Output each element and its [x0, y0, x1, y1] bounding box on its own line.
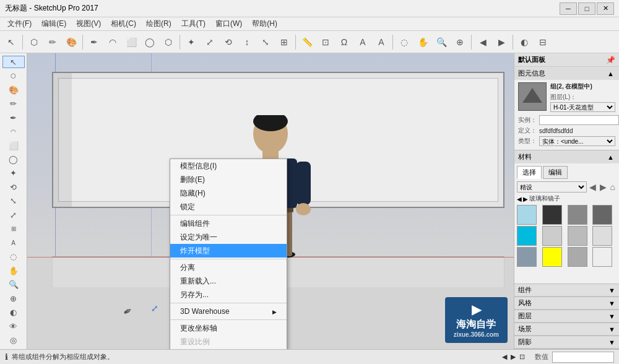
mini-panel-toggle[interactable]: ▼ [608, 300, 615, 307]
entity-info-header[interactable]: 图元信息 ▲ [514, 67, 619, 80]
cm-model-info[interactable]: 模型信息(I) [170, 159, 287, 173]
status-scene-icon[interactable]: ⊡ [519, 353, 525, 361]
tool-tape[interactable]: A [2, 236, 25, 249]
entity-info-collapse[interactable]: ▲ [607, 70, 614, 77]
mat-nav-home[interactable]: ⌂ [609, 182, 617, 192]
toolbar-3dtext[interactable]: A [373, 33, 390, 51]
tool-select[interactable]: ↖ [2, 56, 25, 68]
toolbar-prev-view[interactable]: ◀ [474, 33, 491, 51]
toolbar-eraser[interactable]: ✏ [44, 33, 61, 51]
mat-nav-forward[interactable]: ▶ [599, 182, 608, 192]
material-swatch-gray3[interactable] [568, 247, 587, 267]
material-swatch-silver[interactable] [568, 226, 587, 246]
cm-reload[interactable]: 重新载入... [170, 274, 287, 288]
material-swatch-white[interactable] [592, 226, 612, 246]
toolbar-dim[interactable]: ⊡ [317, 33, 334, 51]
entity-layer-select[interactable]: H-01-天花造型 [550, 102, 615, 112]
status-value-input[interactable] [552, 352, 614, 363]
tool-circle[interactable]: ◯ [2, 153, 25, 165]
tool-move[interactable]: ✦ [2, 167, 25, 180]
cm-3dwarehouse[interactable]: 3D Warehouse [170, 305, 287, 318]
toolbar-section-cut[interactable]: ◐ [516, 33, 533, 51]
tool-rect[interactable]: ⬜ [2, 139, 25, 152]
toolbar-text[interactable]: A [354, 33, 371, 51]
mini-panel-toggle[interactable]: ▼ [608, 339, 615, 346]
tool-zoomfit[interactable]: ⊕ [2, 292, 25, 305]
toolbar-arc[interactable]: ◠ [104, 33, 121, 51]
tool-offset[interactable]: ⊞ [2, 223, 25, 235]
mat-tab-select[interactable]: 选择 [517, 166, 542, 179]
toolbar-protractor[interactable]: Ω [335, 33, 353, 51]
status-prev-icon[interactable]: ◀ [502, 353, 507, 361]
status-next-icon[interactable]: ▶ [511, 353, 516, 361]
menu-item-F[interactable]: 文件(F) [2, 17, 37, 30]
toolbar-polygon[interactable]: ⬡ [160, 33, 177, 51]
mat-nav-back[interactable]: ◀ [588, 182, 597, 192]
menu-item-W[interactable]: 窗口(W) [210, 17, 247, 30]
toolbar-orbit[interactable]: ◌ [396, 33, 413, 51]
toolbar-zoomextents[interactable]: ⊕ [451, 33, 469, 51]
entity-type-select[interactable]: 实体：<unde... [539, 136, 615, 146]
cm-make-unique[interactable]: 设定为唯一 [170, 230, 287, 244]
tool-rotate[interactable]: ⟲ [2, 181, 25, 193]
material-swatch-dark[interactable] [542, 205, 562, 225]
cm-delete[interactable]: 删除(E) [170, 173, 287, 186]
toolbar-paint[interactable]: 🎨 [63, 33, 80, 51]
toolbar-make-component[interactable]: ⬡ [25, 33, 43, 51]
tool-arc[interactable]: ◠ [2, 125, 25, 137]
material-swatch-yellow[interactable] [542, 247, 562, 267]
close-button[interactable]: ✕ [597, 2, 614, 15]
cm-explode[interactable]: 炸开模型 [170, 244, 287, 258]
tool-section[interactable]: ◐ [2, 306, 25, 318]
menu-item-T[interactable]: 工具(T) [176, 17, 210, 30]
canvas-area[interactable]: ✒ ⤢ 模型信息(I) 删除(E) 隐藏(H) 锁定 编辑组件 [27, 53, 514, 349]
mini-panel-header-阴影[interactable]: 阴影▼ [514, 336, 619, 349]
mini-panel-toggle[interactable]: ▼ [608, 313, 615, 320]
mini-panel-header-组件[interactable]: 组件▼ [514, 284, 619, 297]
toolbar-move[interactable]: ✦ [183, 33, 200, 51]
menu-item-V[interactable]: 视图(V) [71, 17, 106, 30]
toolbar-scale[interactable]: ⤡ [257, 33, 274, 51]
cm-lock[interactable]: 锁定 [170, 200, 287, 214]
cm-detach[interactable]: 分离 [170, 261, 287, 274]
tool-pushpull[interactable]: ⤢ [2, 209, 25, 221]
material-swatch-gray1[interactable] [568, 205, 587, 225]
menu-item-R[interactable]: 绘图(R) [141, 17, 176, 30]
toolbar-line[interactable]: ✒ [85, 33, 103, 51]
tool-scale[interactable]: ⤡ [2, 195, 25, 207]
toolbar-circle[interactable]: ◯ [141, 33, 158, 51]
toolbar-pushpull[interactable]: ⤢ [201, 33, 219, 51]
cm-hide[interactable]: 隐藏(H) [170, 186, 287, 200]
entity-instance-input[interactable] [539, 115, 619, 125]
tool-orbit[interactable]: ◌ [2, 251, 25, 263]
tool-line[interactable]: ✒ [2, 111, 25, 124]
material-swatch-glass1[interactable] [517, 205, 537, 225]
material-swatch-cyan[interactable] [517, 226, 537, 246]
maximize-button[interactable]: □ [578, 2, 595, 15]
tool-walkaround[interactable]: 👁 [2, 320, 25, 332]
toolbar-next-view[interactable]: ▶ [493, 33, 510, 51]
tool-zoom[interactable]: 🔍 [2, 279, 25, 291]
toolbar-section-plane[interactable]: ⊟ [534, 33, 552, 51]
menu-item-E[interactable]: 编辑(E) [37, 17, 71, 30]
mini-panel-toggle[interactable]: ▼ [608, 287, 615, 294]
mini-panel-header-图层[interactable]: 图层▼ [514, 310, 619, 323]
toolbar-select[interactable]: ↖ [2, 33, 20, 51]
toolbar-offset[interactable]: ⊞ [275, 33, 293, 51]
menu-item-C[interactable]: 相机(C) [106, 17, 141, 30]
tool-component[interactable]: ⬡ [2, 69, 25, 82]
menu-item-H[interactable]: 帮助(H) [247, 17, 282, 30]
minimize-button[interactable]: ─ [560, 2, 577, 15]
toolbar-rotate[interactable]: ⟲ [220, 33, 237, 51]
toolbar-zoom[interactable]: 🔍 [433, 33, 450, 51]
mini-panel-header-风格[interactable]: 风格▼ [514, 297, 619, 310]
materials-header[interactable]: 材料 ▲ [514, 150, 619, 163]
material-category-select[interactable]: 精设 [517, 181, 587, 193]
panel-pin[interactable]: 📌 [606, 56, 615, 64]
material-swatch-light[interactable] [542, 226, 562, 246]
mini-panel-toggle[interactable]: ▼ [608, 326, 615, 333]
toolbar-followme[interactable]: ↕ [238, 33, 256, 51]
materials-collapse[interactable]: ▲ [607, 154, 614, 161]
toolbar-pan[interactable]: ✋ [414, 33, 431, 51]
mini-panel-header-场景[interactable]: 场景▼ [514, 323, 619, 336]
